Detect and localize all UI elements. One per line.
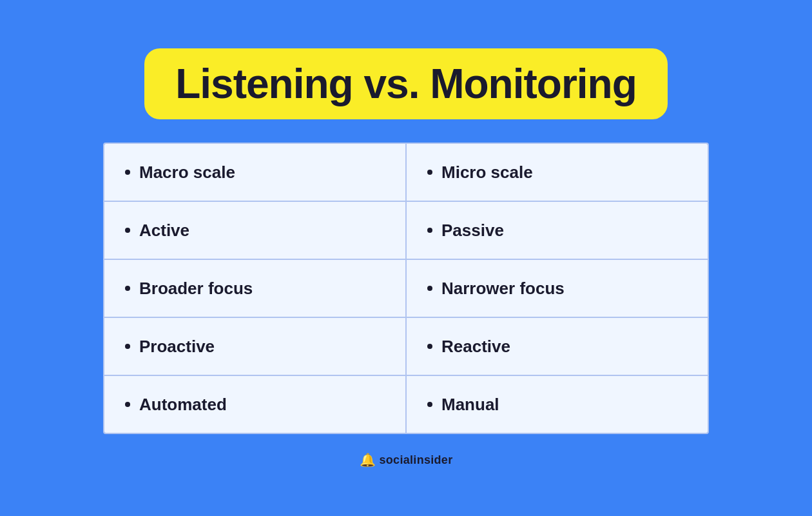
table-cell-right-3: Reactive <box>407 318 708 375</box>
cell-text-right: Manual <box>441 395 499 415</box>
table-cell-left-1: Active <box>104 202 407 259</box>
cell-content: Proactive <box>125 337 215 357</box>
cell-content: Passive <box>427 221 504 241</box>
cell-content: Reactive <box>427 337 510 357</box>
title-container: Listening vs. Monitoring <box>144 48 668 119</box>
table-cell-right-0: Micro scale <box>407 144 708 201</box>
bullet-icon <box>125 402 130 407</box>
table-cell-left-0: Macro scale <box>104 144 407 201</box>
bullet-icon <box>125 344 130 349</box>
bullet-icon <box>125 170 130 175</box>
bullet-icon <box>125 286 130 291</box>
brand-name: socialinsider <box>380 453 453 467</box>
table-cell-left-4: Automated <box>104 376 407 433</box>
bullet-icon <box>125 228 130 233</box>
bullet-icon <box>427 170 432 175</box>
bullet-icon <box>427 286 432 291</box>
table-row: Macro scale Micro scale <box>104 144 708 202</box>
cell-content: Automated <box>125 395 227 415</box>
cell-content: Active <box>125 221 189 241</box>
page-title: Listening vs. Monitoring <box>175 60 637 108</box>
bullet-icon <box>427 402 432 407</box>
table-row: Automated Manual <box>104 376 708 433</box>
table-row: Proactive Reactive <box>104 318 708 376</box>
table-row: Active Passive <box>104 202 708 260</box>
table-cell-right-4: Manual <box>407 376 708 433</box>
table-cell-left-3: Proactive <box>104 318 407 375</box>
cell-content: Narrower focus <box>427 279 565 299</box>
table-cell-left-2: Broader focus <box>104 260 407 317</box>
cell-content: Broader focus <box>125 279 253 299</box>
cell-text-right: Micro scale <box>441 163 533 183</box>
cell-text-left: Broader focus <box>139 279 253 299</box>
bullet-icon <box>427 344 432 349</box>
table-cell-right-2: Narrower focus <box>407 260 708 317</box>
comparison-table: Macro scale Micro scale Active Passive B… <box>103 143 709 434</box>
table-row: Broader focus Narrower focus <box>104 260 708 318</box>
cell-text-left: Proactive <box>139 337 215 357</box>
cell-content: Manual <box>427 395 499 415</box>
cell-text-left: Macro scale <box>139 163 235 183</box>
cell-content: Micro scale <box>427 163 533 183</box>
cell-content: Macro scale <box>125 163 235 183</box>
footer: 🔔 socialinsider <box>360 452 453 468</box>
cell-text-left: Automated <box>139 395 227 415</box>
cell-text-right: Narrower focus <box>441 279 565 299</box>
cell-text-left: Active <box>139 221 189 241</box>
brand-icon: 🔔 <box>360 452 376 468</box>
cell-text-right: Reactive <box>441 337 510 357</box>
table-cell-right-1: Passive <box>407 202 708 259</box>
cell-text-right: Passive <box>441 221 504 241</box>
bullet-icon <box>427 228 432 233</box>
